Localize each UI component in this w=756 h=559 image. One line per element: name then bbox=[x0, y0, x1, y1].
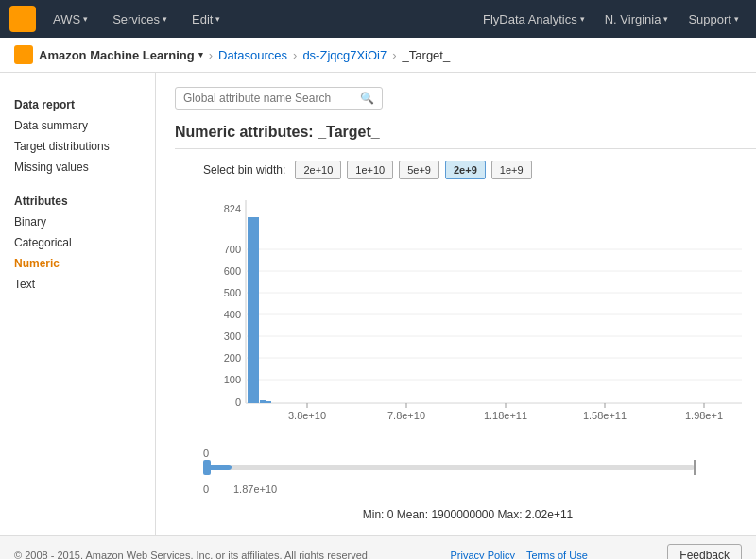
svg-text:3.8e+10: 3.8e+10 bbox=[288, 410, 326, 421]
svg-rect-5 bbox=[21, 50, 26, 59]
svg-text:600: 600 bbox=[224, 265, 241, 277]
account-chevron-icon: ▾ bbox=[580, 14, 585, 24]
breadcrumb-bar: Amazon Machine Learning ▾ › Datasources … bbox=[0, 38, 756, 73]
region-chevron-icon: ▾ bbox=[663, 14, 668, 24]
content-area: 🔍 Numeric attributes: _Target_ Select bi… bbox=[156, 73, 756, 535]
sep-3: › bbox=[392, 48, 396, 62]
data-report-section-title: Data report bbox=[0, 94, 155, 115]
support-menu[interactable]: Support ▾ bbox=[680, 8, 747, 30]
edit-menu[interactable]: Edit ▾ bbox=[184, 8, 228, 30]
search-icon: 🔍 bbox=[360, 92, 374, 105]
terms-of-use-link[interactable]: Terms of Use bbox=[526, 550, 588, 559]
svg-rect-40 bbox=[203, 460, 211, 475]
svg-text:1.98e+1: 1.98e+1 bbox=[685, 410, 723, 421]
svg-text:500: 500 bbox=[224, 287, 241, 298]
chart-container: 0 100 200 300 400 500 600 bbox=[203, 191, 756, 436]
account-menu[interactable]: FlyData Analytics ▾ bbox=[475, 8, 593, 30]
sidebar-item-text[interactable]: Text bbox=[0, 274, 155, 295]
aws-chevron-icon: ▾ bbox=[83, 14, 88, 24]
sidebar-item-numeric[interactable]: Numeric bbox=[0, 253, 155, 274]
svg-text:0: 0 bbox=[203, 448, 209, 459]
sep-2: › bbox=[293, 48, 297, 62]
search-input[interactable] bbox=[183, 92, 360, 105]
main-layout: Data report Data summary Target distribu… bbox=[0, 73, 756, 535]
svg-text:0: 0 bbox=[235, 397, 241, 408]
copyright-text: © 2008 - 2015, Amazon Web Services, Inc.… bbox=[14, 550, 370, 559]
svg-text:400: 400 bbox=[224, 309, 241, 320]
bin-btn-2e10[interactable]: 2e+10 bbox=[295, 161, 341, 179]
sidebar-item-data-summary[interactable]: Data summary bbox=[0, 115, 155, 136]
top-navigation: AWS ▾ Services ▾ Edit ▾ FlyData Analytic… bbox=[0, 0, 756, 38]
svg-rect-38 bbox=[203, 465, 695, 470]
region-menu[interactable]: N. Virginia ▾ bbox=[597, 8, 677, 30]
svg-text:7.8e+10: 7.8e+10 bbox=[387, 410, 425, 421]
bin-width-label: Select bin width: bbox=[203, 163, 285, 177]
svg-text:1.18e+11: 1.18e+11 bbox=[484, 410, 527, 421]
bin-btn-1e10[interactable]: 1e+10 bbox=[347, 161, 393, 179]
svg-text:1.87e+10: 1.87e+10 bbox=[233, 483, 277, 495]
bin-btn-1e9[interactable]: 1e+9 bbox=[491, 161, 532, 179]
search-bar[interactable]: 🔍 bbox=[175, 87, 383, 110]
services-chevron-icon: ▾ bbox=[163, 14, 167, 24]
svg-text:1.58e+11: 1.58e+11 bbox=[583, 410, 627, 421]
service-chevron-icon: ▾ bbox=[198, 50, 203, 59]
sidebar-item-target-distributions[interactable]: Target distributions bbox=[0, 136, 155, 157]
footer-links: Privacy Policy Terms of Use bbox=[451, 550, 588, 559]
footer: © 2008 - 2015, Amazon Web Services, Inc.… bbox=[0, 535, 756, 559]
sidebar: Data report Data summary Target distribu… bbox=[0, 73, 156, 535]
range-slider-svg: 0 0 1.87e+10 bbox=[203, 446, 756, 498]
svg-text:700: 700 bbox=[224, 244, 241, 255]
svg-text:200: 200 bbox=[224, 352, 241, 364]
stats-row: Min: 0 Mean: 1900000000 Max: 2.02e+11 bbox=[175, 508, 756, 521]
ds-id-link[interactable]: ds-Zjqcg7XiOi7 bbox=[302, 48, 387, 62]
service-logo bbox=[14, 45, 33, 64]
histogram-chart: 0 100 200 300 400 500 600 bbox=[203, 191, 756, 436]
bin-width-row: Select bin width: 2e+10 1e+10 5e+9 2e+9 … bbox=[175, 161, 756, 179]
bin-btn-5e9[interactable]: 5e+9 bbox=[399, 161, 439, 179]
range-slider-area: 0 0 1.87e+10 bbox=[203, 446, 756, 500]
sep-1: › bbox=[209, 48, 213, 62]
attributes-section-title: Attributes bbox=[0, 191, 155, 212]
aws-menu[interactable]: AWS ▾ bbox=[45, 8, 95, 30]
aws-logo bbox=[9, 6, 36, 32]
sidebar-item-categorical[interactable]: Categorical bbox=[0, 232, 155, 253]
sidebar-item-missing-values[interactable]: Missing values bbox=[0, 157, 155, 178]
support-chevron-icon: ▾ bbox=[734, 14, 739, 24]
svg-text:0: 0 bbox=[203, 483, 209, 495]
privacy-policy-link[interactable]: Privacy Policy bbox=[451, 550, 515, 559]
svg-rect-26 bbox=[260, 400, 266, 403]
bin-btn-2e9[interactable]: 2e+9 bbox=[445, 161, 486, 179]
feedback-button[interactable]: Feedback bbox=[667, 544, 742, 559]
svg-rect-2 bbox=[19, 13, 26, 25]
svg-text:300: 300 bbox=[224, 330, 241, 342]
svg-text:824: 824 bbox=[224, 203, 241, 214]
edit-chevron-icon: ▾ bbox=[215, 14, 220, 24]
services-menu[interactable]: Services ▾ bbox=[105, 8, 175, 30]
svg-rect-27 bbox=[266, 401, 271, 403]
svg-rect-25 bbox=[248, 217, 259, 403]
service-name: Amazon Machine Learning ▾ bbox=[39, 48, 203, 62]
svg-text:100: 100 bbox=[224, 374, 241, 385]
section-heading: Numeric attributes: _Target_ bbox=[175, 124, 756, 149]
datasources-link[interactable]: Datasources bbox=[218, 48, 287, 62]
breadcrumb-current: _Target_ bbox=[403, 48, 451, 62]
sidebar-item-binary[interactable]: Binary bbox=[0, 212, 155, 232]
